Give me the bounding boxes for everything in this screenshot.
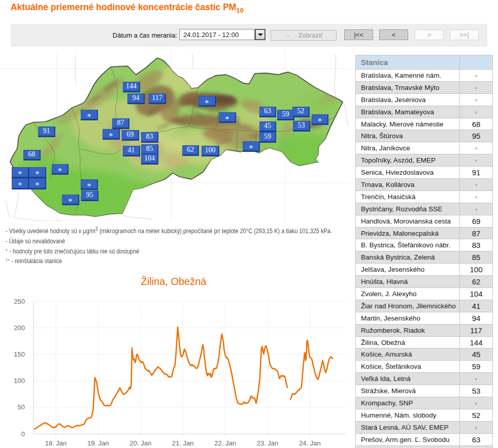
- svg-text:0: 0: [21, 430, 25, 438]
- svg-text:150: 150: [14, 350, 25, 358]
- svg-text:250: 250: [14, 298, 25, 305]
- svg-text:18. Jan: 18. Jan: [45, 439, 67, 447]
- svg-text:22. Jan: 22. Jan: [214, 439, 236, 447]
- svg-text:24. Jan: 24. Jan: [299, 439, 321, 447]
- svg-text:23. Jan: 23. Jan: [257, 439, 279, 447]
- svg-text:21. Jan: 21. Jan: [172, 439, 194, 447]
- svg-text:50: 50: [18, 403, 25, 411]
- svg-text:20. Jan: 20. Jan: [129, 439, 151, 447]
- svg-text:200: 200: [14, 324, 25, 332]
- svg-text:100: 100: [14, 377, 25, 385]
- svg-text:19. Jan: 19. Jan: [87, 439, 109, 447]
